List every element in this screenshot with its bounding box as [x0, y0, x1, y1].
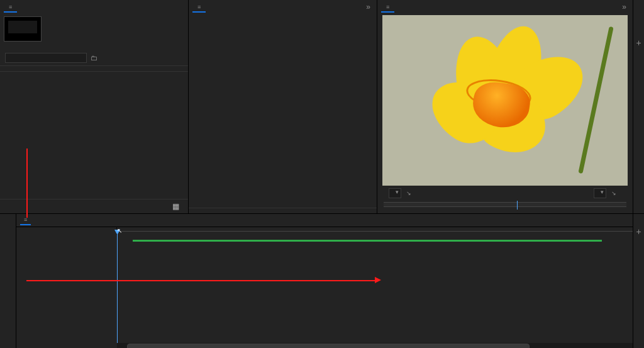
annotation-arrowhead	[375, 277, 381, 283]
project-header	[0, 13, 188, 45]
tab-effects[interactable]	[18, 3, 28, 13]
program-panel: ≡ » ↘	[377, 0, 633, 213]
timeline-ruler[interactable]: ↖	[117, 227, 633, 235]
project-panel: ≡ 🗀	[0, 0, 189, 213]
quality-arrow-icon: ↘	[611, 190, 616, 196]
annotation-arrow	[26, 149, 28, 218]
zoom-fit-dropdown[interactable]	[389, 188, 401, 198]
timeline-hscroll[interactable]	[117, 343, 633, 348]
tab-program[interactable]: ≡	[381, 3, 394, 13]
tab-audio-mixer[interactable]	[207, 3, 217, 13]
column-headers	[0, 65, 188, 72]
playhead[interactable]	[117, 230, 118, 348]
project-filter-input[interactable]	[5, 53, 87, 63]
sequence-tab[interactable]: ≡	[20, 215, 31, 225]
bin-list	[0, 72, 188, 199]
transport-bar	[377, 208, 633, 213]
new-item-icon[interactable]: ▦	[172, 202, 179, 211]
tab-metadata[interactable]	[218, 3, 228, 13]
tool-palette	[0, 214, 16, 348]
panel-menu-icon[interactable]: »	[619, 3, 629, 13]
add-panel-icon[interactable]: +	[636, 38, 641, 48]
work-area-bar[interactable]	[133, 240, 602, 242]
project-tabs: ≡	[0, 0, 188, 13]
program-monitor[interactable]	[382, 15, 628, 186]
cursor-icon: ↖	[117, 227, 122, 234]
panel-menu-icon[interactable]: »	[364, 3, 373, 13]
flower-stem	[578, 26, 613, 174]
selected-thumb	[4, 16, 42, 42]
filter-bin-icon[interactable]: 🗀	[91, 54, 97, 62]
project-footer: ▦	[0, 199, 188, 213]
program-ruler[interactable]	[384, 202, 626, 207]
effect-controls-panel: ≡ »	[189, 0, 377, 213]
tab-project[interactable]: ≡	[4, 3, 17, 13]
quality-dropdown[interactable]	[594, 188, 606, 198]
tab-effect-controls[interactable]: ≡	[192, 3, 206, 13]
fit-arrow-icon: ↘	[406, 190, 411, 196]
annotation-arrow	[26, 280, 375, 281]
add-panel-icon[interactable]: +	[636, 227, 641, 237]
